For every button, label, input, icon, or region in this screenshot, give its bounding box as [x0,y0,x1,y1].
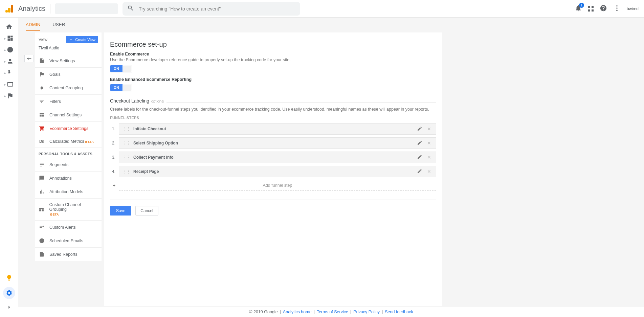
footer-link[interactable]: Analytics home [283,310,312,314]
tab-user[interactable]: USER [52,22,65,31]
ga-logo[interactable]: Analytics [5,4,45,13]
personal-tools-header: PERSONAL TOOLS & ASSETS [35,148,102,158]
footer-link[interactable]: Privacy Policy [353,310,380,314]
view-label: View [39,37,47,42]
checkout-labeling-title: Checkout Labeling [110,98,149,104]
admin-gear-button[interactable] [3,287,15,299]
search-icon [127,5,134,13]
funnel-steps-list: 1. ⋮⋮ Initiate Checkout ✕ 2. ⋮⋮ Select S… [110,123,436,191]
tab-admin[interactable]: ADMIN [26,22,40,31]
footer-link[interactable]: Send feedback [385,310,413,314]
rail-behavior[interactable]: ▸ [0,80,18,89]
footer: © 2019 Google| Analytics home| Terms of … [18,306,644,317]
apps-icon[interactable] [588,6,594,12]
save-button[interactable]: Save [110,206,131,216]
nav-channel-settings[interactable]: Channel Settings [35,108,102,122]
edit-icon[interactable] [417,140,422,146]
view-column: View ＋Create View Tivoli Audio View Sett… [35,32,102,261]
property-picker[interactable] [55,3,118,14]
enable-enhanced-toggle[interactable]: ON [110,84,132,91]
product-title: Analytics [18,5,45,13]
rail-realtime[interactable]: ▸ [0,45,18,55]
svg-point-2 [616,10,618,11]
nav-attribution-models[interactable]: Attribution Models [35,185,102,199]
funnel-step: 4. ⋮⋮ Receipt Page ✕ [110,166,436,177]
settings-page: Ecommerce set-up Enable Ecommerce Use th… [104,32,442,306]
nav-saved-reports[interactable]: Saved Reports [35,248,102,261]
user-label[interactable]: bwired [627,6,639,11]
enable-enhanced-label: Enable Enhanced Ecommerce Reporting [110,77,436,82]
left-rail: ▸ ▸ ▸ ▸ ▸ ▸ [0,18,18,317]
view-name[interactable]: Tivoli Audio [35,45,102,54]
enable-ecommerce-help: Use the Ecommerce developer reference gu… [110,58,436,62]
more-button[interactable] [613,4,621,13]
rail-acquisition[interactable]: ▸ [0,68,18,78]
funnel-step: 2. ⋮⋮ Select Shipping Option ✕ [110,137,436,149]
edit-icon[interactable] [417,126,422,132]
nav-scheduled-emails[interactable]: Scheduled Emails [35,234,102,248]
funnel-step: 3. ⋮⋮ Collect Payment Info ✕ [110,152,436,163]
nav-ecommerce-settings[interactable]: Ecommerce Settings [35,122,102,135]
svg-point-1 [616,7,618,9]
nav-segments[interactable]: Segments [35,158,102,172]
drag-handle-icon[interactable]: ⋮⋮ [123,155,130,160]
rail-home[interactable] [0,22,18,32]
cancel-button[interactable]: Cancel [135,206,158,216]
nav-filters[interactable]: Filters [35,95,102,108]
nav-goals[interactable]: Goals [35,68,102,81]
edit-icon[interactable] [417,168,422,175]
nav-annotations[interactable]: Annotations [35,172,102,185]
page-title: Ecommerce set-up [110,41,436,48]
funnel-step: 1. ⋮⋮ Initiate Checkout ✕ [110,123,436,135]
rail-dashboard[interactable]: ▸ [0,34,18,43]
collapse-icon[interactable] [6,304,13,312]
plus-icon: + [110,183,115,188]
edit-icon[interactable] [417,154,422,161]
top-bar: Analytics 1 bwired [0,0,644,18]
divider [50,4,50,14]
delete-icon[interactable]: ✕ [426,155,432,160]
footer-link[interactable]: Terms of Service [317,310,348,314]
drag-handle-icon[interactable]: ⋮⋮ [123,126,130,132]
delete-icon[interactable]: ✕ [426,126,432,132]
drag-handle-icon[interactable]: ⋮⋮ [123,140,130,146]
enable-ecommerce-toggle[interactable]: ON [110,65,132,72]
delete-icon[interactable]: ✕ [426,169,432,174]
rail-audience[interactable]: ▸ [0,57,18,66]
back-button[interactable]: 🡐 [24,55,34,62]
notification-badge: 1 [579,3,584,8]
nav-custom-channel-grouping[interactable]: Custom Channel GroupingBETA [35,199,102,221]
delete-icon[interactable]: ✕ [426,140,432,146]
create-view-button[interactable]: ＋Create View [66,36,98,43]
drag-handle-icon[interactable]: ⋮⋮ [123,169,130,174]
help-button[interactable] [600,4,607,13]
enable-ecommerce-label: Enable Ecommerce [110,52,436,56]
add-funnel-step-button[interactable]: Add funnel step [119,180,436,191]
nav-content-grouping[interactable]: Content Grouping [35,81,102,95]
search-bar[interactable] [123,2,300,16]
rail-conversions[interactable]: ▸ [0,91,18,101]
analytics-icon [5,4,14,13]
search-input[interactable] [139,6,295,12]
nav-calculated-metrics[interactable]: DdCalculated MetricsBETA [35,135,102,148]
checkout-help: Create labels for the checkout-funnel st… [110,107,436,112]
svg-point-0 [616,5,618,7]
funnel-steps-label: FUNNEL STEPS [110,116,139,120]
nav-custom-alerts[interactable]: Custom Alerts [35,221,102,234]
admin-tabs: ADMIN USER [18,18,644,31]
optional-label: optional [151,99,164,103]
notifications-button[interactable]: 1 [575,4,582,13]
discover-icon[interactable] [6,274,13,282]
nav-view-settings[interactable]: View Settings [35,54,102,68]
